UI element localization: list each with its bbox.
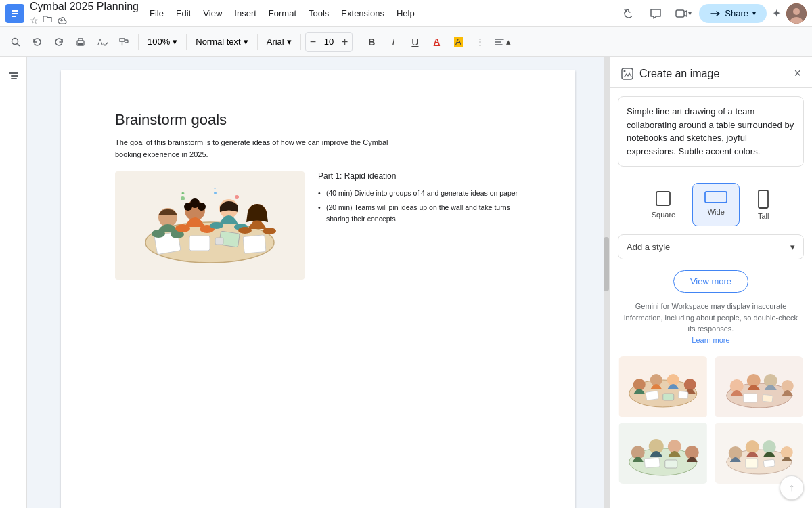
doc-right-text: Part 1: Rapid ideation (40 min) Divide i… — [318, 171, 521, 280]
doc-area[interactable]: Brainstorm goals The goal of this brains… — [27, 57, 609, 508]
italic-button[interactable]: I — [383, 32, 403, 52]
star-icon[interactable]: ☆ — [30, 15, 39, 26]
svg-rect-43 — [656, 192, 670, 205]
menu-format[interactable]: Format — [263, 5, 302, 21]
doc-title[interactable]: Cymbal 2025 Planning — [30, 1, 139, 13]
svg-rect-41 — [622, 68, 633, 79]
toolbar: A 100% Normal text Arial − + B I U A — [0, 27, 812, 57]
style-dropdown[interactable]: Add a style — [618, 234, 804, 259]
share-button[interactable]: Share ▾ — [699, 4, 767, 23]
divider-4 — [300, 34, 301, 50]
menu-insert[interactable]: Insert — [229, 5, 262, 21]
image-thumb-2[interactable] — [714, 356, 805, 417]
svg-rect-52 — [646, 391, 658, 400]
docs-icon — [5, 4, 24, 23]
outline-toggle[interactable] — [3, 65, 24, 87]
redo-button[interactable] — [49, 32, 69, 52]
menu-tools[interactable]: Tools — [303, 5, 334, 21]
spellcheck-button[interactable]: A — [92, 32, 112, 52]
aspect-tall[interactable]: Tall — [745, 183, 782, 226]
panel-close-button[interactable]: × — [794, 66, 801, 81]
svg-point-36 — [181, 196, 185, 200]
cloud-icon[interactable] — [56, 15, 67, 26]
font-size-decrease[interactable]: − — [307, 36, 319, 48]
svg-rect-17 — [189, 236, 210, 251]
menu-file[interactable]: File — [144, 5, 169, 21]
font-size-increase[interactable]: + — [339, 36, 351, 48]
image-thumb-4[interactable] — [714, 423, 805, 484]
gemini-button[interactable]: ✦ — [772, 7, 781, 20]
doc-paragraph: The goal of this brainstorm is to genera… — [115, 137, 521, 161]
svg-point-29 — [198, 203, 206, 211]
image-grid — [610, 351, 812, 489]
divider-3 — [257, 34, 258, 50]
tall-icon — [757, 189, 770, 209]
part-title: Part 1: Rapid ideation — [318, 171, 521, 181]
comments-button[interactable] — [645, 3, 667, 24]
prompt-box: Simple line art drawing of a team collab… — [618, 96, 804, 167]
underline-button[interactable]: U — [405, 32, 425, 52]
svg-rect-77 — [745, 459, 757, 468]
view-more-button[interactable]: View more — [673, 270, 748, 293]
doc-image[interactable]: ✦ ✦ — [115, 171, 304, 280]
scrollbar[interactable] — [604, 57, 609, 508]
search-button[interactable] — [5, 32, 26, 52]
undo-button[interactable] — [27, 32, 47, 52]
text-color-button[interactable]: A — [426, 32, 447, 52]
image-thumb-1[interactable] — [618, 356, 708, 417]
svg-text:✦: ✦ — [181, 190, 185, 196]
svg-text:A: A — [97, 38, 103, 47]
menu-bar: File Edit View Insert Format Tools Exten… — [144, 5, 612, 21]
bullet-list: (40 min) Divide into groups of 4 and gen… — [318, 188, 521, 224]
print-button[interactable] — [70, 32, 91, 52]
svg-point-37 — [214, 192, 217, 194]
svg-rect-12 — [9, 72, 18, 74]
image-thumb-3[interactable] — [618, 423, 708, 484]
svg-rect-70 — [665, 460, 677, 468]
svg-point-22 — [152, 230, 165, 238]
menu-edit[interactable]: Edit — [171, 5, 196, 21]
svg-point-6 — [793, 8, 800, 15]
learn-more-link[interactable]: Learn more — [692, 336, 729, 344]
font-size-area: − + — [305, 32, 353, 52]
scroll-up-button[interactable]: ↑ — [780, 475, 804, 500]
svg-rect-45 — [759, 190, 768, 208]
scroll-thumb[interactable] — [604, 237, 609, 291]
history-button[interactable] — [618, 3, 639, 24]
paint-format-button[interactable] — [114, 32, 134, 52]
svg-rect-54 — [678, 391, 688, 398]
menu-view[interactable]: View — [198, 5, 227, 21]
menu-extensions[interactable]: Extensions — [336, 5, 390, 21]
svg-point-42 — [624, 70, 626, 72]
font-chevron — [287, 37, 292, 47]
text-style-select[interactable]: Normal text — [191, 32, 252, 52]
avatar[interactable] — [786, 3, 807, 24]
more-formatting[interactable]: ⋮ — [470, 32, 490, 52]
bold-button[interactable]: B — [361, 32, 382, 52]
svg-rect-3 — [12, 16, 16, 17]
highlight-button[interactable]: A — [448, 32, 468, 52]
aspect-wide[interactable]: Wide — [692, 183, 740, 226]
font-size-input[interactable] — [319, 37, 338, 47]
svg-rect-44 — [705, 192, 727, 203]
share-label: Share — [725, 8, 748, 18]
formatting-options[interactable] — [491, 32, 514, 52]
bullet-item-2: (20 min) Teams will pin ideas up on the … — [318, 202, 521, 225]
square-icon — [654, 189, 673, 208]
aspect-square[interactable]: Square — [640, 183, 687, 226]
style-placeholder: Add a style — [627, 242, 670, 252]
zoom-value: 100% — [148, 37, 170, 47]
toolbar-collapse-icon — [506, 37, 511, 47]
svg-rect-78 — [763, 459, 775, 467]
menu-help[interactable]: Help — [391, 5, 420, 21]
folder-icon[interactable] — [43, 14, 52, 26]
svg-point-25 — [175, 224, 190, 232]
zoom-select[interactable]: 100% — [143, 32, 182, 52]
meet-button[interactable]: ▾ — [672, 3, 694, 24]
doc-title-icons: ☆ — [30, 14, 139, 26]
top-bar: Cymbal 2025 Planning ☆ File Edit View In… — [0, 0, 812, 27]
zoom-chevron — [173, 37, 177, 47]
divider-1 — [138, 34, 139, 50]
font-select[interactable]: Arial — [262, 32, 296, 52]
doc-title-area: Cymbal 2025 Planning ☆ — [30, 1, 139, 26]
